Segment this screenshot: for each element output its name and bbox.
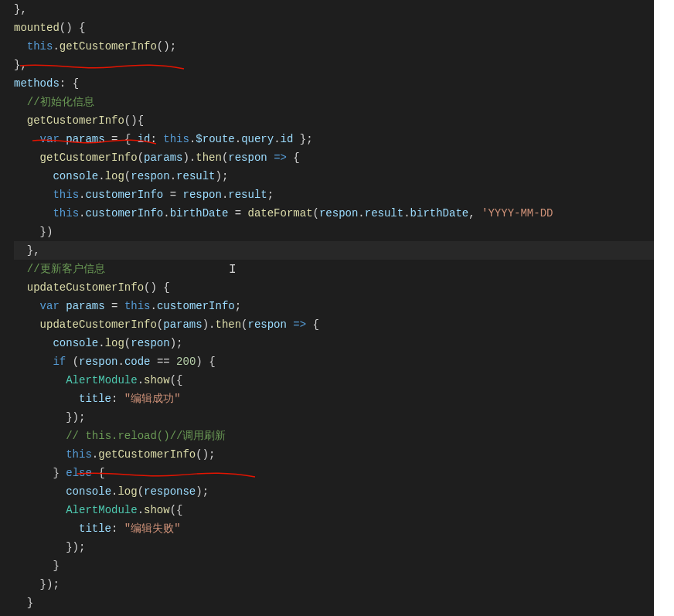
code-token: //初始化信息 [27,96,94,108]
code-line[interactable]: }, [14,0,674,19]
code-token [14,244,27,257]
code-editor[interactable]: },mounted() { this.getCustomerInfo();},m… [0,0,674,612]
code-token: () [144,281,163,294]
code-token: ( [73,356,79,368]
code-line[interactable]: updateCustomerInfo(params).then(respon =… [14,315,674,334]
code-token: console [66,485,111,498]
code-line[interactable]: console.log(respon); [14,334,674,352]
code-token: console [53,337,98,349]
code-token: ); [196,485,209,498]
code-line[interactable]: }, [14,241,674,260]
code-token: params [66,133,104,145]
code-token: => [274,151,287,164]
code-token [14,300,40,312]
code-token [14,318,40,331]
code-token: ). [182,151,196,164]
code-token [267,151,274,164]
code-line[interactable]: title: "编辑失败" [14,519,674,538]
code-token: }; [293,133,312,145]
code-line[interactable]: getCustomerInfo(params).then(respon => { [14,148,674,167]
code-token: } [53,467,59,479]
code-token: id [281,133,294,145]
code-token: ( [170,374,176,386]
code-line[interactable]: //初始化信息 [14,93,674,111]
code-token: }) [40,226,53,238]
code-token: ( [138,151,144,164]
code-token: then [196,151,222,164]
code-line[interactable]: // this.reload()//调用刷新 [14,427,674,445]
code-token: { [124,133,138,145]
code-line[interactable]: }) [14,223,674,241]
code-token: customerInfo [85,189,163,201]
code-token: : [60,77,73,90]
code-line[interactable]: }); [14,538,674,556]
code-line[interactable]: var params = { id: this.$route.query.id … [14,130,674,148]
code-token [60,133,66,145]
code-token: { [313,318,319,331]
code-line[interactable]: console.log(respon.result); [14,167,674,185]
code-line[interactable]: updateCustomerInfo() { [14,278,674,297]
code-token: birthDate [170,207,229,220]
code-token [14,281,27,294]
code-token: respon [79,356,117,368]
code-token [14,522,79,535]
code-token: getCustomerInfo [98,448,196,461]
code-token [14,189,53,201]
code-line[interactable]: console.log(response); [14,482,674,501]
code-token: show [144,504,170,516]
code-token: } [53,560,59,572]
code-line[interactable]: }); [14,408,674,427]
code-token: { [73,22,86,34]
code-line[interactable]: } [14,594,674,612]
code-line[interactable]: AlertModule.show({ [14,371,674,390]
code-token: }, [14,3,27,15]
code-token: }); [66,541,85,553]
code-token: (); [196,448,215,461]
code-line[interactable]: if (respon.code == 200) { [14,352,674,371]
code-token: . [163,207,169,220]
code-token: ; [235,300,241,312]
code-line[interactable]: this.customerInfo = respon.result; [14,185,674,204]
code-line[interactable]: } else { [14,464,674,482]
code-line[interactable]: this.getCustomerInfo(); [14,445,674,464]
code-token [14,96,27,108]
code-token [14,374,66,386]
code-token: . [403,207,410,220]
code-token: ( [138,485,144,498]
code-token: () [60,22,73,34]
code-token: this [124,300,151,312]
code-token: respon [182,189,221,201]
code-token: mounted [14,22,60,34]
code-token [117,300,124,312]
code-line[interactable]: methods: { [14,74,674,93]
code-token: }); [40,578,60,590]
code-token: respon [131,170,169,182]
code-line[interactable]: //更新客户信息 [14,260,674,278]
code-token [14,226,40,238]
code-token: this [163,133,189,145]
code-line[interactable]: var params = this.customerInfo; [14,297,674,315]
code-token: AlertModule [66,504,137,516]
code-line[interactable]: AlertModule.show({ [14,501,674,519]
code-token: . [117,356,124,368]
code-line[interactable]: } [14,556,674,575]
code-token: ). [203,318,216,331]
code-line[interactable]: getCustomerInfo(){ [14,111,674,130]
code-line[interactable]: this.getCustomerInfo(); [14,37,674,56]
code-token: respon [131,337,169,349]
code-token: ) [196,356,209,368]
code-token [228,207,234,220]
code-token [14,151,40,164]
code-line[interactable]: mounted() { [14,19,674,37]
code-token: . [170,170,176,182]
code-token: { [98,467,104,479]
code-token: $route [196,133,234,145]
code-token: respon [228,151,267,164]
code-token: then [215,318,241,331]
code-line[interactable]: this.customerInfo.birthDate = dateFormat… [14,204,674,223]
code-token: params [144,151,182,164]
code-line[interactable]: title: "编辑成功" [14,390,674,408]
code-line[interactable]: }); [14,575,674,594]
code-line[interactable]: }, [14,56,674,74]
code-token [14,207,53,220]
